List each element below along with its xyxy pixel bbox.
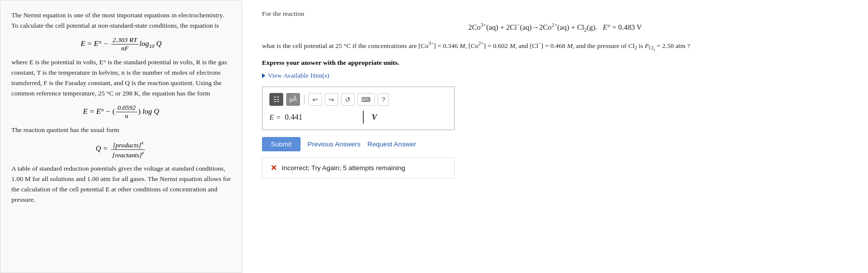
x-icon: ✕ (270, 163, 277, 173)
q-equation: Q = [products]x[reactants]y (11, 140, 231, 159)
feedback-box: ✕ Incorrect; Try Again; 5 attempts remai… (262, 157, 455, 179)
grid-button[interactable]: ☷ (269, 93, 283, 106)
hint-link[interactable]: View Available Hint(s) (262, 72, 848, 80)
refresh-button[interactable]: ↺ (341, 93, 354, 106)
grid-icon: ☷ (273, 95, 280, 103)
input-row: E = V (269, 111, 447, 124)
reaction-quotient-text: The reaction quotient has the usual form (11, 125, 231, 136)
undo-button[interactable]: ↩ (308, 93, 322, 106)
help-icon: ? (382, 96, 385, 103)
nernst-equation-full: E = E° − 2.303 RTnFlog10 Q (11, 36, 231, 52)
eq-label: E = (269, 113, 281, 122)
question-text: what is the cell potential at 25 °C if t… (262, 40, 848, 53)
mu-label: μÅ (290, 96, 297, 103)
submit-button[interactable]: Submit (262, 137, 301, 151)
undo-icon: ↩ (312, 96, 318, 103)
previous-answers-link[interactable]: Previous Answers (307, 140, 360, 148)
refresh-icon: ↺ (345, 96, 350, 103)
redo-icon: ↪ (329, 96, 334, 103)
toolbar-separator (304, 94, 304, 104)
redo-button[interactable]: ↪ (325, 93, 338, 106)
toolbar: ☷ μÅ ↩ ↪ ↺ ⌨ ? (269, 93, 447, 106)
hint-arrow-icon (262, 73, 265, 78)
reaction-equation: 2Co3+(aq) + 2Cl−(aq)→2Co2+(aq) + Cl2(g).… (262, 22, 848, 33)
keyboard-icon: ⌨ (361, 96, 371, 103)
feedback-message: Incorrect; Try Again; 5 attempts remaini… (282, 164, 405, 172)
action-row: Submit Previous Answers Request Answer (262, 137, 848, 151)
left-panel: The Nernst equation is one of the most i… (0, 0, 242, 273)
keyboard-button[interactable]: ⌨ (357, 93, 375, 106)
request-answer-text: Request Answer (367, 140, 416, 148)
hint-link-text: View Available Hint(s) (268, 72, 329, 80)
prev-answers-text: Previous Answers (307, 140, 360, 148)
unit-label: V (372, 113, 377, 122)
request-answer-link[interactable]: Request Answer (367, 140, 416, 148)
answer-input[interactable] (285, 111, 364, 124)
where-text: where E is the potential in volts, E° is… (11, 57, 231, 99)
for-reaction-label: For the reaction (262, 10, 848, 18)
help-button[interactable]: ? (378, 93, 389, 106)
submit-label: Submit (271, 140, 292, 148)
right-panel: For the reaction 2Co3+(aq) + 2Cl−(aq)→2C… (242, 0, 868, 273)
mu-button[interactable]: μÅ (286, 93, 300, 106)
table-text: A table of standard reduction potentials… (11, 164, 231, 205)
intro-text: The Nernst equation is one of the most i… (11, 10, 231, 31)
nernst-equation-simplified: E = E° − (0.0592n) log Q (11, 104, 231, 120)
express-label: Express your answer with the appropriate… (262, 59, 848, 67)
answer-box: ☷ μÅ ↩ ↪ ↺ ⌨ ? E = V (262, 87, 455, 130)
